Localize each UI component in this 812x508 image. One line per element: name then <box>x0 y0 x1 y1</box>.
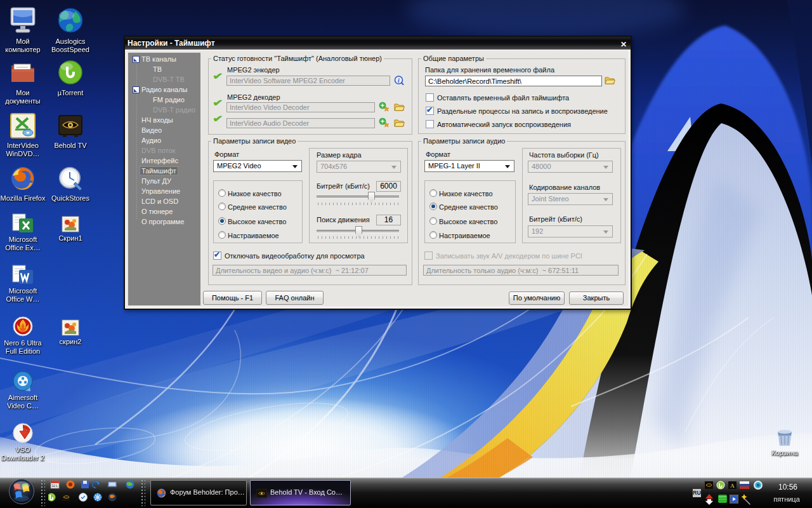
svg-text:321: 321 <box>51 484 58 488</box>
svg-text:A: A <box>730 483 735 489</box>
svg-text:i: i <box>398 77 400 84</box>
